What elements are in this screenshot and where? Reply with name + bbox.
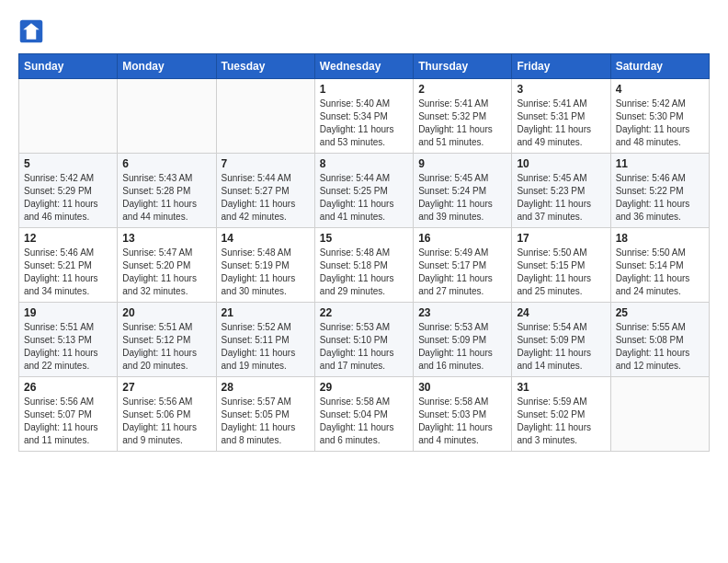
day-info: Sunrise: 5:46 AMSunset: 5:21 PMDaylight:… [24,247,112,298]
day-number: 19 [24,306,112,319]
day-info: Sunrise: 5:44 AMSunset: 5:27 PMDaylight:… [222,172,310,224]
calendar-cell: 25Sunrise: 5:55 AMSunset: 5:08 PMDayligh… [610,303,709,377]
weekday-header: Saturday [610,54,709,79]
day-info: Sunrise: 5:56 AMSunset: 5:07 PMDaylight:… [24,396,112,447]
calendar-cell: 9Sunrise: 5:45 AMSunset: 5:24 PMDaylight… [414,154,512,228]
calendar-table: SundayMondayTuesdayWednesdayThursdayFrid… [18,53,710,452]
day-info: Sunrise: 5:51 AMSunset: 5:12 PMDaylight:… [122,321,210,373]
calendar-cell: 8Sunrise: 5:44 AMSunset: 5:25 PMDaylight… [314,154,413,228]
calendar-cell: 28Sunrise: 5:57 AMSunset: 5:05 PMDayligh… [216,377,314,452]
calendar-cell: 2Sunrise: 5:41 AMSunset: 5:32 PMDaylight… [414,79,512,154]
calendar-cell: 10Sunrise: 5:45 AMSunset: 5:23 PMDayligh… [512,154,610,228]
day-number: 16 [418,232,506,245]
calendar-cell: 14Sunrise: 5:48 AMSunset: 5:19 PMDayligh… [216,228,314,303]
calendar-week-row: 12Sunrise: 5:46 AMSunset: 5:21 PMDayligh… [19,228,710,303]
calendar-cell: 18Sunrise: 5:50 AMSunset: 5:14 PMDayligh… [610,228,709,303]
day-info: Sunrise: 5:47 AMSunset: 5:20 PMDaylight:… [122,247,210,298]
weekday-header: Monday [118,54,216,79]
day-info: Sunrise: 5:52 AMSunset: 5:11 PMDaylight:… [222,321,310,373]
day-number: 2 [418,83,506,96]
day-info: Sunrise: 5:54 AMSunset: 5:09 PMDaylight:… [517,321,605,373]
calendar-cell [19,79,118,154]
day-info: Sunrise: 5:41 AMSunset: 5:31 PMDaylight:… [517,98,605,149]
day-info: Sunrise: 5:58 AMSunset: 5:04 PMDaylight:… [320,396,408,447]
day-number: 9 [418,157,506,170]
day-info: Sunrise: 5:51 AMSunset: 5:13 PMDaylight:… [24,321,112,373]
day-info: Sunrise: 5:46 AMSunset: 5:22 PMDaylight:… [616,172,704,224]
day-info: Sunrise: 5:49 AMSunset: 5:17 PMDaylight:… [418,247,506,298]
day-number: 31 [517,381,605,394]
day-info: Sunrise: 5:45 AMSunset: 5:24 PMDaylight:… [418,172,506,224]
calendar-cell: 26Sunrise: 5:56 AMSunset: 5:07 PMDayligh… [19,377,118,452]
day-number: 6 [122,157,210,170]
day-info: Sunrise: 5:53 AMSunset: 5:09 PMDaylight:… [418,321,506,373]
calendar-cell: 3Sunrise: 5:41 AMSunset: 5:31 PMDaylight… [512,79,610,154]
day-info: Sunrise: 5:56 AMSunset: 5:06 PMDaylight:… [122,396,210,447]
calendar-cell: 20Sunrise: 5:51 AMSunset: 5:12 PMDayligh… [118,303,216,377]
calendar-cell [610,377,709,452]
day-number: 22 [320,306,408,319]
calendar-cell: 13Sunrise: 5:47 AMSunset: 5:20 PMDayligh… [118,228,216,303]
day-info: Sunrise: 5:55 AMSunset: 5:08 PMDaylight:… [616,321,704,373]
day-info: Sunrise: 5:50 AMSunset: 5:14 PMDaylight:… [616,247,704,298]
calendar-cell: 4Sunrise: 5:42 AMSunset: 5:30 PMDaylight… [610,79,709,154]
day-number: 15 [320,232,408,245]
day-info: Sunrise: 5:40 AMSunset: 5:34 PMDaylight:… [320,98,408,149]
day-number: 23 [418,306,506,319]
calendar-week-row: 19Sunrise: 5:51 AMSunset: 5:13 PMDayligh… [19,303,710,377]
weekday-header: Tuesday [216,54,314,79]
day-number: 17 [517,232,605,245]
day-number: 25 [616,306,704,319]
day-info: Sunrise: 5:48 AMSunset: 5:18 PMDaylight:… [320,247,408,298]
day-info: Sunrise: 5:43 AMSunset: 5:28 PMDaylight:… [122,172,210,224]
weekday-header: Sunday [19,54,118,79]
weekday-header: Wednesday [314,54,413,79]
day-info: Sunrise: 5:44 AMSunset: 5:25 PMDaylight:… [320,172,408,224]
calendar-cell: 16Sunrise: 5:49 AMSunset: 5:17 PMDayligh… [414,228,512,303]
day-number: 4 [616,83,704,96]
calendar-week-row: 1Sunrise: 5:40 AMSunset: 5:34 PMDaylight… [19,79,710,154]
day-number: 29 [320,381,408,394]
day-number: 3 [517,83,605,96]
calendar-cell: 24Sunrise: 5:54 AMSunset: 5:09 PMDayligh… [512,303,610,377]
calendar-cell: 31Sunrise: 5:59 AMSunset: 5:02 PMDayligh… [512,377,610,452]
day-number: 12 [24,232,112,245]
calendar-week-row: 26Sunrise: 5:56 AMSunset: 5:07 PMDayligh… [19,377,710,452]
day-info: Sunrise: 5:50 AMSunset: 5:15 PMDaylight:… [517,247,605,298]
day-info: Sunrise: 5:59 AMSunset: 5:02 PMDaylight:… [517,396,605,447]
weekday-header: Thursday [414,54,512,79]
calendar-cell: 27Sunrise: 5:56 AMSunset: 5:06 PMDayligh… [118,377,216,452]
calendar-cell [216,79,314,154]
calendar-cell: 5Sunrise: 5:42 AMSunset: 5:29 PMDaylight… [19,154,118,228]
calendar-cell: 12Sunrise: 5:46 AMSunset: 5:21 PMDayligh… [19,228,118,303]
day-info: Sunrise: 5:57 AMSunset: 5:05 PMDaylight:… [222,396,310,447]
calendar-week-row: 5Sunrise: 5:42 AMSunset: 5:29 PMDaylight… [19,154,710,228]
calendar-cell: 22Sunrise: 5:53 AMSunset: 5:10 PMDayligh… [314,303,413,377]
calendar-cell: 30Sunrise: 5:58 AMSunset: 5:03 PMDayligh… [414,377,512,452]
day-number: 7 [222,157,310,170]
calendar-cell: 17Sunrise: 5:50 AMSunset: 5:15 PMDayligh… [512,228,610,303]
day-number: 30 [418,381,506,394]
day-number: 13 [122,232,210,245]
day-number: 1 [320,83,408,96]
day-number: 10 [517,157,605,170]
day-number: 20 [122,306,210,319]
logo-icon [18,18,44,44]
day-number: 21 [222,306,310,319]
day-info: Sunrise: 5:58 AMSunset: 5:03 PMDaylight:… [418,396,506,447]
day-number: 24 [517,306,605,319]
calendar-header-row: SundayMondayTuesdayWednesdayThursdayFrid… [19,54,710,79]
calendar-cell: 7Sunrise: 5:44 AMSunset: 5:27 PMDaylight… [216,154,314,228]
calendar-cell: 11Sunrise: 5:46 AMSunset: 5:22 PMDayligh… [610,154,709,228]
day-info: Sunrise: 5:45 AMSunset: 5:23 PMDaylight:… [517,172,605,224]
day-info: Sunrise: 5:48 AMSunset: 5:19 PMDaylight:… [222,247,310,298]
calendar-cell: 15Sunrise: 5:48 AMSunset: 5:18 PMDayligh… [314,228,413,303]
day-number: 27 [122,381,210,394]
calendar-cell: 6Sunrise: 5:43 AMSunset: 5:28 PMDaylight… [118,154,216,228]
day-number: 28 [222,381,310,394]
page-header [18,18,710,44]
day-info: Sunrise: 5:53 AMSunset: 5:10 PMDaylight:… [320,321,408,373]
calendar-cell: 23Sunrise: 5:53 AMSunset: 5:09 PMDayligh… [414,303,512,377]
day-number: 26 [24,381,112,394]
day-number: 8 [320,157,408,170]
